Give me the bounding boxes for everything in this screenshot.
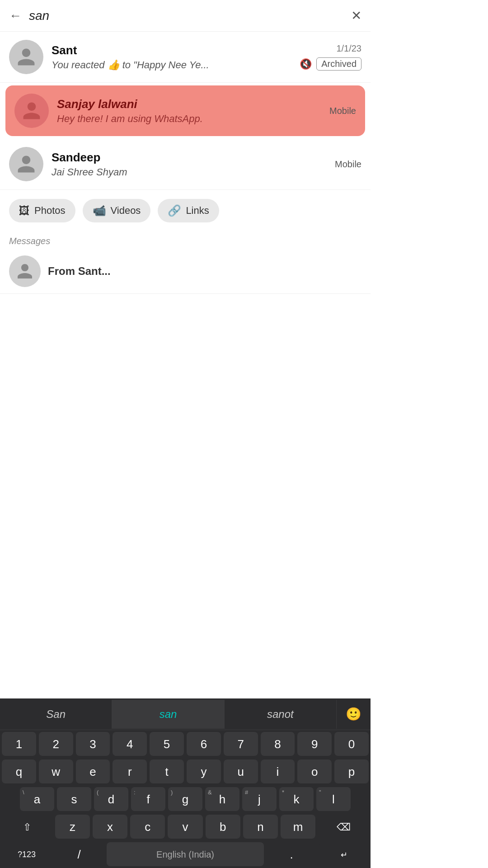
contact-meta-sant: 1/1/23 🔇 Archived bbox=[300, 43, 361, 71]
mute-icon-sant: 🔇 bbox=[300, 58, 312, 70]
key-3[interactable]: 3 bbox=[76, 732, 110, 756]
spacer-right bbox=[353, 787, 369, 811]
key-f[interactable]: :f bbox=[131, 787, 165, 811]
number-row: 1 2 3 4 5 6 7 8 9 0 bbox=[0, 730, 371, 758]
key-t[interactable]: t bbox=[150, 760, 184, 783]
key-d[interactable]: (d bbox=[94, 787, 128, 811]
filter-videos-label: Videos bbox=[111, 205, 141, 217]
key-2[interactable]: 2 bbox=[39, 732, 73, 756]
key-5[interactable]: 5 bbox=[150, 732, 184, 756]
spacer-left bbox=[2, 787, 17, 811]
key-s[interactable]: s bbox=[57, 787, 91, 811]
contact-sandeep[interactable]: Sandeep Jai Shree Shyam Mobile bbox=[0, 139, 371, 190]
key-j[interactable]: #j bbox=[242, 787, 277, 811]
search-input[interactable] bbox=[29, 9, 351, 23]
key-y[interactable]: y bbox=[187, 760, 221, 783]
key-c[interactable]: c bbox=[130, 815, 165, 839]
contact-preview-sant: You reacted 👍 to "Happy Nee Ye... bbox=[52, 59, 300, 71]
contact-sanjay[interactable]: Sanjay lalwani Hey there! I am using Wha… bbox=[5, 85, 365, 136]
key-h[interactable]: &h bbox=[205, 787, 239, 811]
key-i[interactable]: i bbox=[261, 760, 295, 783]
avatar-sandeep bbox=[9, 147, 43, 181]
slash-key[interactable]: / bbox=[54, 842, 104, 866]
clear-button[interactable]: ✕ bbox=[351, 8, 361, 23]
key-p[interactable]: p bbox=[334, 760, 369, 783]
meta-row-sant: 🔇 Archived bbox=[300, 57, 361, 71]
back-button[interactable]: ← bbox=[9, 9, 22, 23]
key-r[interactable]: r bbox=[113, 760, 147, 783]
key-n[interactable]: n bbox=[243, 815, 278, 839]
autocomplete-san-cap[interactable]: San bbox=[0, 700, 112, 729]
key-v[interactable]: v bbox=[168, 815, 202, 839]
period-key[interactable]: . bbox=[267, 842, 316, 866]
contact-label-sandeep: Mobile bbox=[335, 159, 361, 170]
key-z[interactable]: z bbox=[55, 815, 90, 839]
keyboard: San san sanot 🙂 1 2 3 4 5 6 7 8 9 0 q w … bbox=[0, 698, 371, 868]
contact-date-sant: 1/1/23 bbox=[336, 43, 361, 54]
key-x[interactable]: x bbox=[93, 815, 127, 839]
contact-sant[interactable]: Sant You reacted 👍 to "Happy Nee Ye... 1… bbox=[0, 32, 371, 83]
messages-section-label: Messages bbox=[0, 231, 371, 249]
contact-name-sandeep: Sandeep bbox=[52, 151, 335, 165]
key-6[interactable]: 6 bbox=[187, 732, 221, 756]
contact-info-sandeep: Sandeep Jai Shree Shyam bbox=[52, 151, 335, 178]
key-q[interactable]: q bbox=[2, 760, 36, 783]
key-1[interactable]: 1 bbox=[2, 732, 36, 756]
key-b[interactable]: b bbox=[206, 815, 240, 839]
key-0[interactable]: 0 bbox=[334, 732, 369, 756]
message-preview-item[interactable]: From Sant... bbox=[0, 249, 371, 294]
contact-preview-sandeep: Jai Shree Shyam bbox=[52, 166, 335, 178]
autocomplete-sanot[interactable]: sanot bbox=[225, 700, 337, 729]
contact-label-sanjay: Mobile bbox=[329, 106, 356, 116]
key-k[interactable]: *k bbox=[279, 787, 314, 811]
zxcv-row: ⇧ z x c v b n m ⌫ bbox=[0, 813, 371, 840]
contact-name-sant: Sant bbox=[52, 43, 300, 57]
contact-info-sant: Sant You reacted 👍 to "Happy Nee Ye... bbox=[52, 43, 300, 71]
message-preview-avatar bbox=[9, 255, 41, 287]
message-preview-text: From Sant... bbox=[48, 265, 111, 278]
bottom-row: ?123 / English (India) . ↵ bbox=[0, 840, 371, 868]
search-header: ← ✕ bbox=[0, 0, 371, 32]
key-4[interactable]: 4 bbox=[113, 732, 147, 756]
backspace-key[interactable]: ⌫ bbox=[318, 815, 369, 839]
filter-section: 🖼 Photos 📹 Videos 🔗 Links bbox=[0, 190, 371, 231]
key-e[interactable]: e bbox=[76, 760, 110, 783]
key-m[interactable]: m bbox=[281, 815, 315, 839]
preview-name: From Sant... bbox=[48, 265, 111, 278]
key-l[interactable]: "l bbox=[316, 787, 351, 811]
symbols-key[interactable]: ?123 bbox=[2, 842, 52, 866]
key-7[interactable]: 7 bbox=[224, 732, 258, 756]
filter-videos[interactable]: 📹 Videos bbox=[83, 199, 151, 222]
autocomplete-bar: San san sanot 🙂 bbox=[0, 698, 371, 730]
contact-meta-sandeep: Mobile bbox=[335, 159, 361, 170]
filter-links[interactable]: 🔗 Links bbox=[158, 199, 219, 222]
key-u[interactable]: u bbox=[224, 760, 258, 783]
archived-badge-sant: Archived bbox=[316, 57, 361, 71]
key-8[interactable]: 8 bbox=[261, 732, 295, 756]
links-icon: 🔗 bbox=[168, 204, 181, 217]
contact-preview-sanjay: Hey there! I am using WhatsApp. bbox=[57, 113, 329, 125]
avatar-sanjay bbox=[14, 94, 49, 128]
contact-info-sanjay: Sanjay lalwani Hey there! I am using Wha… bbox=[57, 97, 329, 125]
photos-icon: 🖼 bbox=[19, 204, 30, 217]
autocomplete-san[interactable]: san bbox=[112, 700, 224, 729]
shift-key[interactable]: ⇧ bbox=[2, 815, 52, 839]
qwerty-row: q w e r t y u i o p bbox=[0, 758, 371, 785]
emoji-button[interactable]: 🙂 bbox=[337, 698, 371, 730]
key-g[interactable]: )g bbox=[168, 787, 202, 811]
asdf-row: \a s (d :f )g &h #j *k "l bbox=[0, 785, 371, 813]
contact-meta-sanjay: Mobile bbox=[329, 106, 356, 116]
key-w[interactable]: w bbox=[39, 760, 73, 783]
key-o[interactable]: o bbox=[297, 760, 332, 783]
avatar-sant bbox=[9, 40, 43, 74]
videos-icon: 📹 bbox=[93, 204, 106, 217]
return-key[interactable]: ↵ bbox=[319, 842, 369, 866]
filter-links-label: Links bbox=[186, 205, 209, 217]
key-a[interactable]: \a bbox=[20, 787, 54, 811]
contact-name-sanjay: Sanjay lalwani bbox=[57, 97, 329, 111]
filter-photos-label: Photos bbox=[34, 205, 66, 217]
space-key[interactable]: English (India) bbox=[107, 842, 264, 866]
key-9[interactable]: 9 bbox=[297, 732, 332, 756]
filter-photos[interactable]: 🖼 Photos bbox=[9, 199, 75, 222]
